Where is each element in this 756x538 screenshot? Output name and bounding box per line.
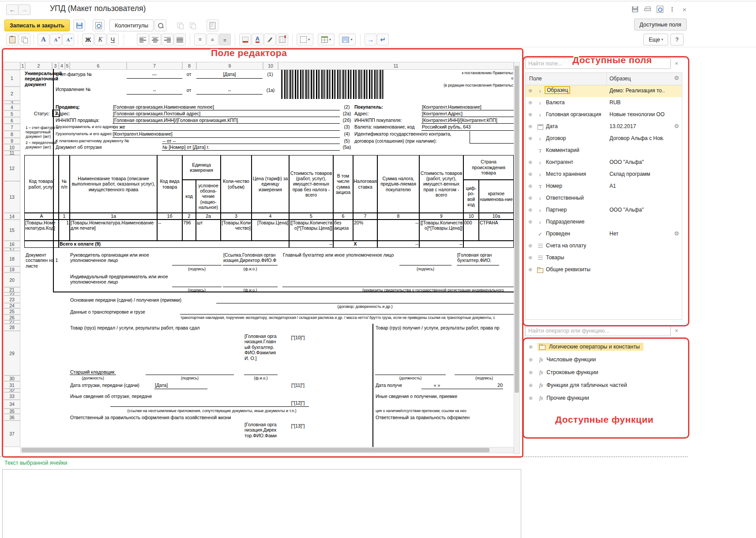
sheet-cell[interactable]: от	[182, 72, 196, 79]
row-header-27[interactable]: 27	[4, 320, 20, 324]
row-header-1[interactable]: 1	[4, 70, 20, 87]
sheet-cell[interactable]: (подпись)	[172, 288, 222, 293]
sheet-cell[interactable]: (в редакции постановления Правительс	[393, 83, 514, 88]
sheet-cell[interactable]: ["[10]"]	[282, 335, 313, 341]
sheet-cell[interactable]: СТРАНА	[479, 220, 514, 241]
find-button[interactable]	[154, 19, 166, 31]
sheet-cell[interactable]	[172, 280, 222, 287]
sheet-cell[interactable]: [[Товары.Количество]*[Товары.Цена]]	[419, 220, 463, 241]
sheet-cell[interactable]: Адрес:	[354, 111, 420, 117]
column-header-11[interactable]: 11	[278, 62, 514, 70]
row-header-3[interactable]: 3	[4, 101, 20, 104]
column-header-1[interactable]: 1	[20, 62, 25, 70]
selected-cell-text-area[interactable]	[2, 469, 521, 538]
sheet-cell[interactable]	[375, 368, 446, 375]
print-preview-button[interactable]	[93, 19, 105, 31]
sheet-cell[interactable]: краткое наименова-ние	[479, 180, 514, 213]
draw-border-button[interactable]	[264, 34, 276, 45]
field-row[interactable]: ⊕›КонтрагентООО "Альфа"	[526, 157, 682, 169]
sheet-cell[interactable]: 20%	[353, 220, 377, 241]
sheet-cell[interactable]: [Контрагент.Адрес]	[421, 111, 514, 117]
sheet-cell[interactable]: (ссылки на неотъемлемые приложения, сопу…	[102, 409, 322, 413]
sheet-cell[interactable]: ["[12]"]	[282, 400, 313, 406]
sheet-cell[interactable]: Наименование товара (описание выполненны…	[70, 155, 157, 213]
row-header-23[interactable]: 23	[4, 296, 20, 303]
sheet-cell[interactable]: -- от --	[162, 138, 340, 144]
sheet-cell[interactable]	[146, 368, 234, 375]
function-category-row[interactable]: ⊕fxФункции для табличных частей	[525, 379, 682, 392]
template-editor-sheet[interactable]: 1234567891011123456789101112131415161718…	[2, 49, 520, 454]
row-settings-icon[interactable]: ⚙	[674, 230, 679, 237]
sheet-cell[interactable]: Код вида товара	[157, 155, 182, 213]
sheet-cell[interactable]: Грузополучатель и его адрес:	[55, 131, 112, 138]
align-justify-button[interactable]	[174, 34, 186, 45]
print-icon[interactable]	[643, 5, 652, 13]
expand-icon[interactable]: ⊕	[529, 395, 533, 401]
sheet-cell[interactable]: Документ об отгрузке	[55, 144, 161, 151]
page-setup-button[interactable]	[207, 19, 218, 31]
row-header-7[interactable]: 7	[4, 124, 20, 131]
field-row[interactable]: ⊕›ОбразецДемо: Реализация то...	[526, 85, 682, 97]
field-row[interactable]: ⊕›ПартнерООО "Альфа"	[526, 205, 682, 216]
function-category-row[interactable]: ⊕fxЧисловые функции	[525, 354, 682, 367]
sheet-cell[interactable]: (должность)	[375, 376, 446, 381]
expand-icon[interactable]: ⊕	[528, 124, 532, 129]
sheet-cell[interactable]	[470, 131, 514, 144]
sheet-cell[interactable]: Статус:	[26, 111, 50, 117]
headers-footers-button[interactable]: Колонтитулы	[109, 19, 154, 31]
save-icon[interactable]	[630, 5, 640, 13]
row-header-37[interactable]: 37	[4, 421, 20, 447]
row-header-32[interactable]: 32	[4, 389, 20, 392]
sheet-cell[interactable]: 7	[353, 213, 377, 220]
sheet-cell[interactable]: [Дата]	[154, 383, 207, 389]
sheet-cell[interactable]	[110, 400, 309, 407]
sheet-cell[interactable]: [Товары.Номенклатура.Наименование для пе…	[70, 220, 157, 241]
field-row[interactable]: ⊕Товары	[526, 252, 682, 264]
sheet-cell[interactable]: (реквизиты свидетельства о государственн…	[362, 288, 514, 293]
sheet-cell[interactable]: ---	[127, 72, 182, 79]
expand-icon[interactable]: ⊕	[528, 171, 532, 177]
expand-icon[interactable]: ⊕	[528, 100, 532, 106]
sheet-cell[interactable]: Дата отгрузки, передачи (сдачи)	[70, 383, 154, 389]
sheet-cell[interactable]: Старший кладовщик	[70, 354, 116, 375]
sheet-cell[interactable]: циф-ро-вой код	[463, 180, 479, 213]
sheet-cell[interactable]: Грузоотправитель и его адрес:	[55, 124, 112, 131]
sheet-cell[interactable]: 2а	[196, 213, 221, 220]
row-header-19[interactable]: 19	[4, 266, 20, 273]
column-separator[interactable]	[606, 73, 607, 85]
scrollbar-thumb[interactable]	[515, 66, 519, 393]
font-size-decrease-button[interactable]: А▼	[50, 34, 62, 45]
row-header-14[interactable]: 14	[4, 213, 20, 220]
save-button[interactable]	[73, 19, 85, 31]
sheet-cell[interactable]	[282, 280, 514, 287]
column-header-10[interactable]: 10	[263, 62, 278, 70]
underline-button[interactable]: Ч	[107, 34, 119, 45]
sheet-cell[interactable]: К платежно-расчетному документу №	[55, 138, 161, 144]
font-size-increase-button[interactable]: А▲	[62, 34, 74, 45]
expand-icon[interactable]: ⊕	[528, 136, 532, 141]
functions-search-close-icon[interactable]: ×	[675, 327, 678, 334]
sheet-cell[interactable]: Идентификатор государственного контракта…	[354, 131, 470, 138]
splitter[interactable]	[0, 456, 688, 457]
sheet-cell[interactable]: (ф.и.о.)	[244, 376, 278, 381]
sheet-cell[interactable]: № [Номер] от [Дата] г.	[162, 144, 340, 151]
vertical-scrollbar[interactable]	[514, 62, 520, 454]
sheet-cell[interactable]: 1б	[157, 213, 182, 220]
wrap-text-button[interactable]: ↵	[377, 34, 389, 45]
row-header-5[interactable]: 5	[4, 110, 20, 117]
sheet-cell[interactable]: Дата получе	[375, 383, 411, 389]
function-category-row[interactable]: ⊕fxСтроковые функции	[525, 367, 682, 379]
sheet-cell[interactable]: [Контрагент.ИНН]/[Контрагент.КПП]	[421, 117, 514, 124]
sheet-cell[interactable]	[172, 259, 222, 265]
sheet-cell[interactable]: (1а)	[263, 87, 278, 95]
sheet-cell[interactable]: Ответственный за правильность оформлен	[375, 415, 514, 421]
row-header-35[interactable]: 35	[4, 409, 20, 414]
sheet-cell[interactable]: от	[182, 87, 196, 95]
sheet-cell[interactable]: (подпись)	[172, 267, 222, 272]
sheet-cell[interactable]: (3)	[340, 124, 354, 131]
sheet-cell[interactable]: Индивидуальный предприниматель или иное …	[70, 274, 171, 287]
sheet-cell[interactable]	[216, 297, 514, 303]
clear-cells-button[interactable]	[276, 34, 288, 45]
sheet-cell[interactable]: [Головная организация.ИНН]/[Головная орг…	[113, 117, 340, 124]
valign-middle-button[interactable]: =	[207, 34, 218, 45]
